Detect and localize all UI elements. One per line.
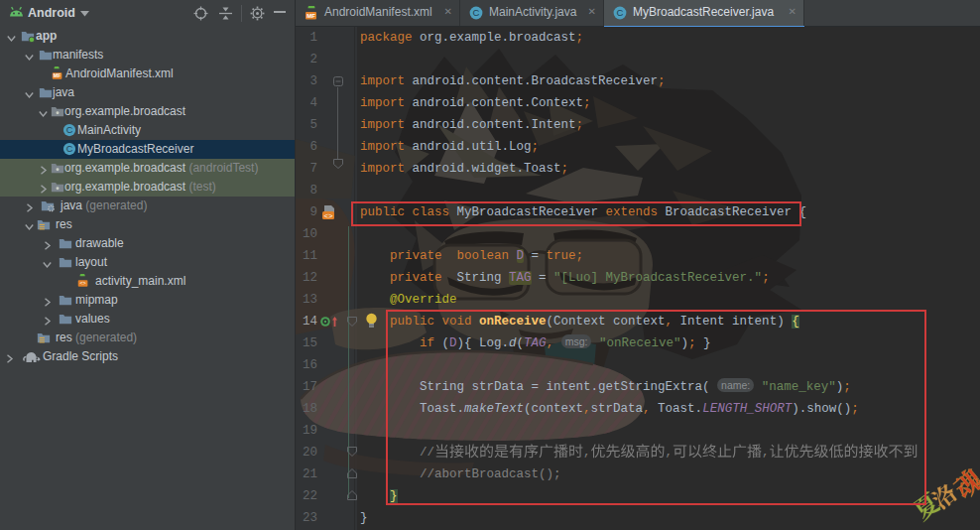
svg-text:MF: MF bbox=[54, 72, 61, 78]
svg-text:<>: <> bbox=[323, 212, 333, 220]
svg-text:<>: <> bbox=[79, 281, 85, 287]
svg-text:C: C bbox=[66, 125, 73, 135]
svg-text:MF: MF bbox=[306, 13, 315, 19]
svg-text:C: C bbox=[473, 7, 480, 18]
svg-text:C: C bbox=[617, 7, 624, 18]
svg-text:C: C bbox=[66, 144, 73, 154]
